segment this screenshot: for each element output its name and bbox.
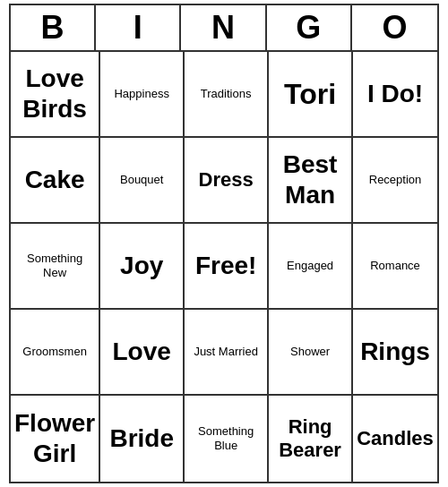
- bingo-cell: Love: [100, 310, 185, 396]
- cell-text: Joy: [120, 251, 163, 281]
- bingo-cell: Groomsmen: [11, 310, 100, 396]
- bingo-cell: Reception: [353, 138, 437, 224]
- cell-text: Tori: [284, 77, 336, 111]
- bingo-cell: Something New: [11, 224, 100, 310]
- cell-text: I Do!: [367, 79, 423, 109]
- header-letter: I: [96, 5, 181, 50]
- bingo-cell: Shower: [269, 310, 353, 396]
- bingo-cell: Dress: [185, 138, 269, 224]
- bingo-cell: Joy: [100, 224, 185, 310]
- bingo-cell: Best Man: [269, 138, 353, 224]
- cell-text: Candles: [357, 427, 434, 450]
- cell-text: Free!: [195, 251, 256, 281]
- cell-text: Engaged: [287, 259, 333, 273]
- bingo-cell: Happiness: [100, 52, 185, 138]
- bingo-cell: Cake: [11, 138, 100, 224]
- bingo-cell: Something Blue: [185, 396, 269, 482]
- header-letter: B: [11, 5, 96, 50]
- bingo-cell: Engaged: [269, 224, 353, 310]
- bingo-cell: Flower Girl: [11, 396, 100, 482]
- cell-text: Reception: [369, 173, 422, 187]
- header-letter: O: [352, 5, 437, 50]
- cell-text: Bride: [109, 423, 174, 454]
- cell-text: Shower: [290, 345, 330, 359]
- cell-text: Romance: [370, 259, 420, 273]
- bingo-cell: Ring Bearer: [269, 396, 353, 482]
- bingo-cell: Free!: [185, 224, 269, 310]
- cell-text: Traditions: [201, 87, 252, 101]
- cell-text: Something Blue: [188, 424, 263, 452]
- bingo-cell: Tori: [269, 52, 353, 138]
- bingo-cell: Love Birds: [11, 52, 100, 138]
- cell-text: Flower Girl: [14, 408, 95, 468]
- cell-text: Rings: [360, 337, 430, 367]
- bingo-card: BINGO Love BirdsHappinessTraditionsToriI…: [9, 4, 439, 483]
- cell-text: Groomsmen: [22, 345, 87, 359]
- cell-text: Something New: [14, 252, 95, 279]
- bingo-cell: Bouquet: [100, 138, 185, 224]
- cell-text: Dress: [199, 168, 254, 192]
- cell-text: Bouquet: [120, 173, 163, 187]
- header-letter: G: [267, 5, 352, 50]
- bingo-cell: Bride: [100, 396, 185, 482]
- bingo-cell: Candles: [353, 396, 437, 482]
- cell-text: Love: [113, 337, 171, 367]
- bingo-grid: Love BirdsHappinessTraditionsToriI Do!Ca…: [11, 52, 437, 482]
- cell-text: Best Man: [272, 150, 348, 209]
- bingo-cell: Rings: [353, 310, 437, 396]
- cell-text: Cake: [25, 165, 85, 195]
- bingo-cell: I Do!: [353, 52, 437, 138]
- cell-text: Love Birds: [14, 64, 95, 124]
- cell-text: Just Married: [194, 345, 258, 359]
- cell-text: Ring Bearer: [272, 415, 348, 463]
- cell-text: Happiness: [114, 87, 168, 101]
- bingo-cell: Traditions: [185, 52, 269, 138]
- bingo-cell: Just Married: [185, 310, 269, 396]
- bingo-cell: Romance: [353, 224, 437, 310]
- header-letter: N: [181, 5, 266, 50]
- bingo-header: BINGO: [11, 5, 437, 52]
